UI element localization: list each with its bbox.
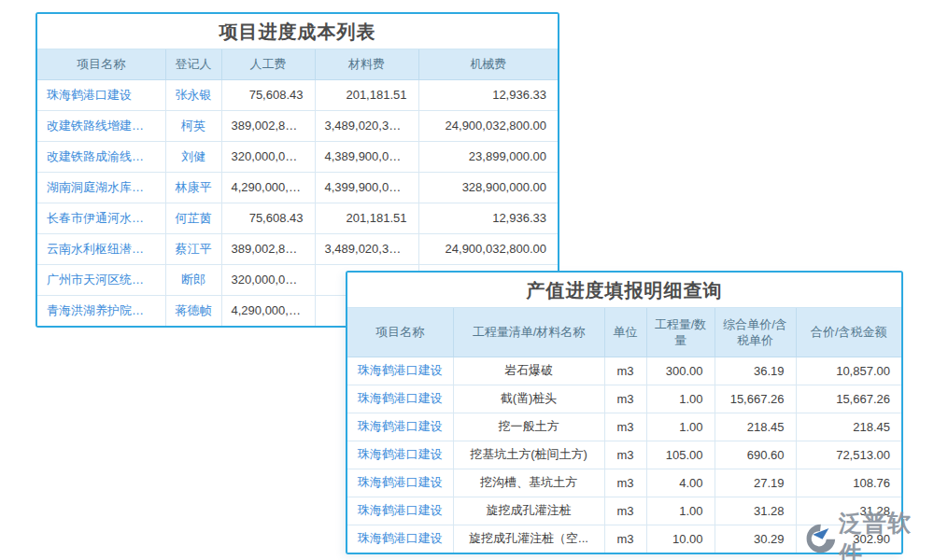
- table-row: 改建铁路成渝线增建第...刘健320,000,090.004,389,900,0…: [37, 141, 558, 172]
- table-cell: 690.60: [715, 441, 796, 469]
- table-cell: m3: [604, 413, 646, 441]
- project-name-link[interactable]: 珠海鹤港口建设: [347, 357, 453, 385]
- table-cell: 12,936.33: [418, 203, 558, 233]
- table-cell: 27.19: [715, 469, 796, 497]
- table-cell: 24,900,032,800.00: [418, 110, 558, 141]
- project-name-link[interactable]: 广州市天河区统计局机...: [37, 264, 165, 295]
- table-cell: 3,489,020,380.00: [315, 233, 418, 264]
- table-cell: 15,667.26: [715, 385, 796, 413]
- table-cell: 截(凿)桩头: [453, 385, 604, 413]
- table-row: 珠海鹤港口建设截(凿)桩头m31.0015,667.2615,667.26: [347, 385, 901, 413]
- table-row: 云南水利枢纽潜明水库...蔡江平389,002,800.003,489,020,…: [37, 233, 558, 264]
- project-name-link[interactable]: 珠海鹤港口建设: [347, 497, 453, 525]
- table-cell: 4,399,900,000.00: [315, 172, 418, 203]
- table-cell: 1.00: [646, 413, 715, 441]
- registrant-link[interactable]: 林康平: [165, 172, 221, 203]
- table-cell: 4.00: [646, 469, 715, 497]
- cost-table-header-row: 项目名称 登记人 人工费 材料费 机械费: [37, 49, 558, 79]
- table-cell: 挖沟槽、基坑土方: [453, 469, 604, 497]
- table-cell: 旋挖成孔灌注桩（空...: [453, 525, 604, 553]
- fanpu-logo-icon: [803, 523, 837, 554]
- column-header-material-cost: 材料费: [315, 49, 418, 79]
- table-cell: 320,000,090.00: [221, 264, 315, 295]
- column-header-boq-material-name: 工程量清单/材料名称: [453, 308, 604, 357]
- table-cell: 10,857.00: [796, 357, 901, 385]
- project-name-link[interactable]: 珠海鹤港口建设: [347, 525, 453, 553]
- table-cell: 75,608.43: [221, 79, 315, 110]
- project-name-link[interactable]: 云南水利枢纽潜明水库...: [37, 233, 165, 264]
- table-cell: 4,290,000,000.00: [221, 172, 315, 203]
- table-cell: 23,899,000.00: [418, 141, 558, 172]
- table-cell: 36.19: [715, 357, 796, 385]
- table-cell: 218.45: [796, 413, 901, 441]
- table-cell: 201,181.51: [315, 203, 418, 233]
- table-cell: 挖一般土方: [453, 413, 604, 441]
- table-cell: 389,002,800.00: [221, 110, 315, 141]
- registrant-link[interactable]: 刘健: [165, 141, 221, 172]
- table-cell: 旋挖成孔灌注桩: [453, 497, 604, 525]
- table-cell: m3: [604, 357, 646, 385]
- column-header-quantity: 工程量/数量: [646, 308, 715, 357]
- watermark: 泛普软件 www.fanpusoft.com: [803, 508, 934, 560]
- table-cell: 3,489,020,380.00: [315, 110, 418, 141]
- column-header-registrant: 登记人: [165, 49, 221, 79]
- table-row: 珠海鹤港口建设挖沟槽、基坑土方m34.0027.19108.76: [347, 469, 901, 497]
- table-row: 珠海鹤港口建设张永银75,608.43201,181.5112,936.33: [37, 79, 558, 110]
- table-row: 湖南洞庭湖水库引水工...林康平4,290,000,000.004,399,90…: [37, 172, 558, 203]
- table-cell: 15,667.26: [796, 385, 901, 413]
- table-cell: m3: [604, 469, 646, 497]
- table-row: 珠海鹤港口建设挖一般土方m31.00218.45218.45: [347, 413, 901, 441]
- table-cell: 320,000,090.00: [221, 141, 315, 172]
- table-cell: m3: [604, 525, 646, 553]
- registrant-link[interactable]: 蔡江平: [165, 233, 221, 264]
- registrant-link[interactable]: 蒋德帧: [165, 295, 221, 326]
- table-cell: 201,181.51: [315, 79, 418, 110]
- project-name-link[interactable]: 珠海鹤港口建设: [37, 79, 165, 110]
- table-cell: 105.00: [646, 441, 715, 469]
- table-cell: 72,513.00: [796, 441, 901, 469]
- table-cell: 300.00: [646, 357, 715, 385]
- project-name-link[interactable]: 珠海鹤港口建设: [347, 441, 453, 469]
- table-cell: 328,900,000.00: [418, 172, 558, 203]
- table-cell: 30.29: [715, 525, 796, 553]
- table-row: 珠海鹤港口建设挖基坑土方(桩间土方)m3105.00690.6072,513.0…: [347, 441, 901, 469]
- cost-table-title: 项目进度成本列表: [37, 14, 558, 49]
- table-cell: 218.45: [715, 413, 796, 441]
- project-name-link[interactable]: 长春市伊通河水力发电...: [37, 203, 165, 233]
- watermark-brand-text: 泛普软件: [839, 508, 934, 560]
- table-cell: 1.00: [646, 385, 715, 413]
- registrant-link[interactable]: 张永银: [165, 79, 221, 110]
- table-cell: m3: [604, 441, 646, 469]
- table-cell: m3: [604, 497, 646, 525]
- output-table-header-row: 项目名称 工程量清单/材料名称 单位 工程量/数量 综合单价/含税单价 合价/含…: [347, 308, 901, 357]
- table-row: 长春市伊通河水力发电...何芷茵75,608.43201,181.5112,93…: [37, 203, 558, 233]
- project-name-link[interactable]: 珠海鹤港口建设: [347, 385, 453, 413]
- table-cell: 108.76: [796, 469, 901, 497]
- column-header-total-amount: 合价/含税金额: [796, 308, 901, 357]
- table-cell: m3: [604, 385, 646, 413]
- table-cell: 75,608.43: [221, 203, 315, 233]
- registrant-link[interactable]: 何芷茵: [165, 203, 221, 233]
- registrant-link[interactable]: 柯英: [165, 110, 221, 141]
- column-header-unit: 单位: [604, 308, 646, 357]
- registrant-link[interactable]: 断郎: [165, 264, 221, 295]
- table-cell: 4,290,000,000.00: [221, 295, 315, 326]
- table-cell: 挖基坑土方(桩间土方): [453, 441, 604, 469]
- table-row: 改建铁路线增建第二线...柯英389,002,800.003,489,020,3…: [37, 110, 558, 141]
- project-name-link[interactable]: 青海洪湖养护院项目: [37, 295, 165, 326]
- table-cell: 1.00: [646, 497, 715, 525]
- project-name-link[interactable]: 珠海鹤港口建设: [347, 469, 453, 497]
- table-cell: 12,936.33: [418, 79, 558, 110]
- table-cell: 389,002,800.00: [221, 233, 315, 264]
- table-cell: 31.28: [715, 497, 796, 525]
- project-name-link[interactable]: 改建铁路线增建第二线...: [37, 110, 165, 141]
- column-header-machinery-cost: 机械费: [418, 49, 558, 79]
- table-cell: 岩石爆破: [453, 357, 604, 385]
- column-header-project-name: 项目名称: [347, 308, 453, 357]
- column-header-labor-cost: 人工费: [221, 49, 315, 79]
- project-name-link[interactable]: 改建铁路成渝线增建第...: [37, 141, 165, 172]
- column-header-unit-price: 综合单价/含税单价: [715, 308, 796, 357]
- column-header-project-name: 项目名称: [37, 49, 165, 79]
- project-name-link[interactable]: 珠海鹤港口建设: [347, 413, 453, 441]
- project-name-link[interactable]: 湖南洞庭湖水库引水工...: [37, 172, 165, 203]
